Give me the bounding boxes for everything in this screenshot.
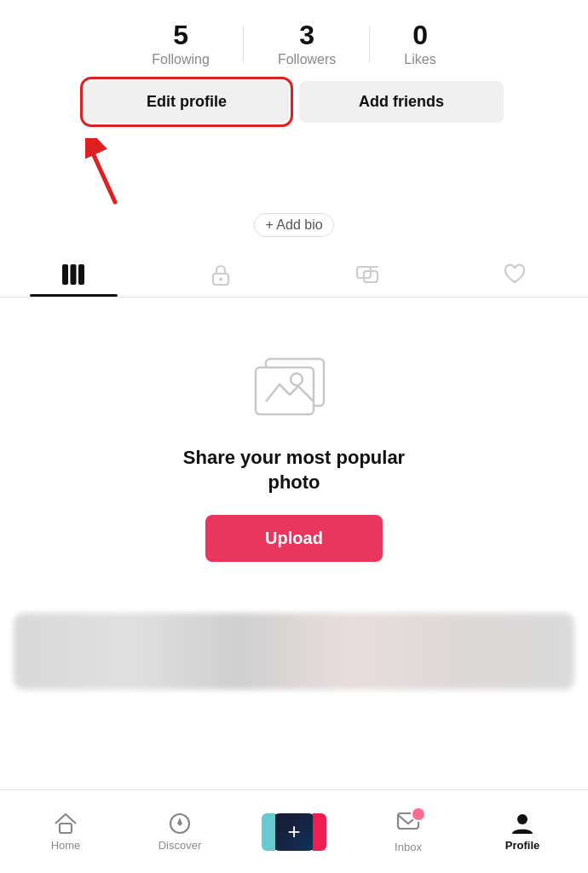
nav-profile-label: Profile bbox=[505, 839, 539, 852]
compass-icon bbox=[167, 812, 193, 835]
plus-icon: + bbox=[287, 818, 300, 845]
following-count: 5 bbox=[173, 20, 188, 50]
svg-rect-3 bbox=[71, 264, 77, 285]
tab-row bbox=[0, 254, 588, 298]
nav-item-profile[interactable]: Profile bbox=[465, 812, 579, 852]
lock-icon bbox=[209, 263, 233, 286]
svg-point-6 bbox=[219, 278, 222, 281]
gallery-icon bbox=[247, 349, 341, 425]
ad-banner bbox=[14, 613, 574, 690]
bottom-nav: Home Discover + Inbox Profile bbox=[0, 789, 588, 873]
add-bio-section: + Add bio bbox=[0, 206, 588, 254]
repost-icon bbox=[355, 263, 380, 286]
edit-profile-button[interactable]: Edit profile bbox=[84, 81, 289, 123]
followers-label: Followers bbox=[278, 52, 336, 67]
nav-discover-label: Discover bbox=[159, 839, 202, 852]
create-button[interactable]: + bbox=[268, 813, 320, 851]
photo-placeholder-icon bbox=[247, 349, 341, 429]
upload-button[interactable]: Upload bbox=[205, 515, 383, 562]
nav-item-inbox[interactable]: Inbox bbox=[351, 810, 465, 853]
nav-home-label: Home bbox=[51, 839, 81, 852]
likes-label: Likes bbox=[404, 52, 435, 67]
tab-videos[interactable] bbox=[0, 263, 147, 297]
inbox-badge bbox=[411, 807, 426, 822]
following-stat[interactable]: 5 Following bbox=[118, 20, 244, 67]
stats-row: 5 Following 3 Followers 0 Likes bbox=[0, 0, 588, 81]
svg-rect-2 bbox=[62, 264, 68, 285]
svg-rect-4 bbox=[78, 264, 84, 285]
heart-icon bbox=[502, 263, 527, 286]
likes-stat[interactable]: 0 Likes bbox=[370, 20, 470, 67]
inbox-icon-wrapper bbox=[395, 810, 421, 837]
action-buttons: Edit profile Add friends bbox=[0, 81, 588, 135]
tab-private[interactable] bbox=[147, 263, 295, 297]
svg-line-1 bbox=[94, 155, 115, 202]
nav-item-discover[interactable]: Discover bbox=[123, 812, 237, 852]
profile-icon bbox=[510, 812, 535, 835]
svg-marker-15 bbox=[177, 818, 182, 826]
nav-item-create[interactable]: + bbox=[237, 813, 351, 851]
empty-state-title: Share your most popularphoto bbox=[183, 446, 405, 494]
followers-stat[interactable]: 3 Followers bbox=[244, 20, 370, 67]
followers-count: 3 bbox=[299, 20, 314, 50]
add-friends-button[interactable]: Add friends bbox=[299, 81, 504, 123]
nav-inbox-label: Inbox bbox=[395, 841, 422, 853]
svg-rect-13 bbox=[60, 824, 72, 833]
red-arrow-icon bbox=[85, 138, 145, 206]
tab-likes[interactable] bbox=[441, 263, 589, 297]
following-label: Following bbox=[152, 52, 210, 67]
svg-point-17 bbox=[517, 814, 527, 824]
grid-icon bbox=[61, 263, 86, 286]
home-icon bbox=[53, 812, 78, 835]
nav-item-home[interactable]: Home bbox=[9, 812, 123, 852]
likes-count: 0 bbox=[412, 20, 428, 50]
empty-state: Share your most popularphoto Upload bbox=[0, 298, 588, 596]
tab-repost[interactable] bbox=[294, 263, 441, 297]
add-bio-button[interactable]: + Add bio bbox=[254, 213, 333, 237]
arrow-annotation bbox=[0, 138, 588, 206]
